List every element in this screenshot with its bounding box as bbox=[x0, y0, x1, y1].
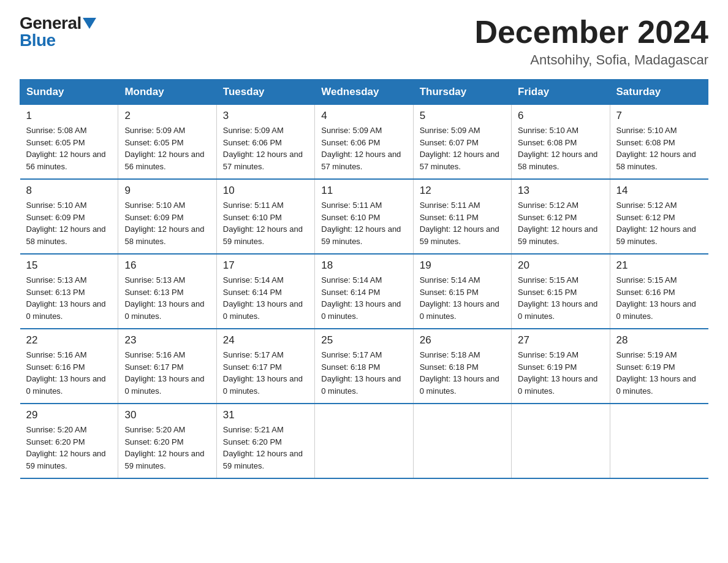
day-info: Sunrise: 5:08 AMSunset: 6:05 PMDaylight:… bbox=[26, 126, 106, 171]
day-number: 21 bbox=[616, 259, 702, 272]
day-cell: 3 Sunrise: 5:09 AMSunset: 6:06 PMDayligh… bbox=[216, 105, 314, 180]
day-number: 9 bbox=[124, 185, 210, 197]
day-number: 14 bbox=[616, 185, 702, 197]
calendar-body: 1 Sunrise: 5:08 AMSunset: 6:05 PMDayligh… bbox=[20, 105, 708, 479]
header-cell-thursday: Thursday bbox=[413, 80, 511, 105]
day-number: 15 bbox=[26, 259, 112, 272]
calendar-table: SundayMondayTuesdayWednesdayThursdayFrid… bbox=[20, 79, 708, 479]
day-cell bbox=[512, 404, 610, 478]
day-number: 5 bbox=[420, 110, 505, 122]
page-header: General Blue December 2024 Antsohihy, So… bbox=[20, 15, 708, 68]
day-info: Sunrise: 5:13 AMSunset: 6:13 PMDaylight:… bbox=[124, 275, 204, 321]
day-number: 3 bbox=[223, 110, 308, 122]
day-info: Sunrise: 5:14 AMSunset: 6:14 PMDaylight:… bbox=[321, 275, 401, 321]
day-info: Sunrise: 5:14 AMSunset: 6:14 PMDaylight:… bbox=[223, 275, 303, 321]
day-info: Sunrise: 5:20 AMSunset: 6:20 PMDaylight:… bbox=[124, 425, 204, 470]
day-number: 23 bbox=[124, 334, 210, 347]
day-number: 26 bbox=[420, 334, 505, 347]
day-info: Sunrise: 5:11 AMSunset: 6:11 PMDaylight:… bbox=[420, 201, 499, 246]
day-info: Sunrise: 5:17 AMSunset: 6:18 PMDaylight:… bbox=[321, 350, 401, 396]
day-info: Sunrise: 5:16 AMSunset: 6:17 PMDaylight:… bbox=[124, 350, 204, 396]
header-cell-saturday: Saturday bbox=[610, 80, 708, 105]
day-info: Sunrise: 5:10 AMSunset: 6:08 PMDaylight:… bbox=[518, 126, 597, 171]
day-number: 20 bbox=[518, 259, 603, 272]
day-cell: 5 Sunrise: 5:09 AMSunset: 6:07 PMDayligh… bbox=[413, 105, 511, 180]
day-cell: 4 Sunrise: 5:09 AMSunset: 6:06 PMDayligh… bbox=[315, 105, 413, 180]
day-number: 18 bbox=[321, 259, 406, 272]
day-number: 27 bbox=[518, 334, 603, 347]
day-info: Sunrise: 5:13 AMSunset: 6:13 PMDaylight:… bbox=[26, 275, 106, 321]
day-number: 29 bbox=[26, 409, 112, 421]
day-number: 1 bbox=[26, 110, 112, 122]
day-cell bbox=[610, 404, 708, 478]
calendar-header: SundayMondayTuesdayWednesdayThursdayFrid… bbox=[20, 80, 708, 105]
day-number: 2 bbox=[124, 110, 210, 122]
day-cell: 28 Sunrise: 5:19 AMSunset: 6:19 PMDaylig… bbox=[610, 329, 708, 404]
day-cell: 27 Sunrise: 5:19 AMSunset: 6:19 PMDaylig… bbox=[512, 329, 610, 404]
day-cell: 17 Sunrise: 5:14 AMSunset: 6:14 PMDaylig… bbox=[216, 254, 314, 329]
day-cell: 24 Sunrise: 5:17 AMSunset: 6:17 PMDaylig… bbox=[216, 329, 314, 404]
header-cell-wednesday: Wednesday bbox=[315, 80, 413, 105]
header-cell-friday: Friday bbox=[512, 80, 610, 105]
day-info: Sunrise: 5:09 AMSunset: 6:06 PMDaylight:… bbox=[321, 126, 401, 171]
day-info: Sunrise: 5:20 AMSunset: 6:20 PMDaylight:… bbox=[26, 425, 106, 470]
week-row-5: 29 Sunrise: 5:20 AMSunset: 6:20 PMDaylig… bbox=[20, 404, 708, 478]
day-info: Sunrise: 5:09 AMSunset: 6:06 PMDaylight:… bbox=[223, 126, 303, 171]
day-number: 24 bbox=[223, 334, 308, 347]
day-info: Sunrise: 5:17 AMSunset: 6:17 PMDaylight:… bbox=[223, 350, 303, 396]
header-cell-monday: Monday bbox=[118, 80, 216, 105]
day-cell: 1 Sunrise: 5:08 AMSunset: 6:05 PMDayligh… bbox=[20, 105, 118, 180]
day-number: 16 bbox=[124, 259, 210, 272]
day-number: 11 bbox=[321, 185, 406, 197]
month-title: December 2024 bbox=[474, 15, 708, 50]
day-cell: 30 Sunrise: 5:20 AMSunset: 6:20 PMDaylig… bbox=[118, 404, 216, 478]
day-info: Sunrise: 5:11 AMSunset: 6:10 PMDaylight:… bbox=[321, 201, 401, 246]
week-row-3: 15 Sunrise: 5:13 AMSunset: 6:13 PMDaylig… bbox=[20, 254, 708, 329]
day-info: Sunrise: 5:15 AMSunset: 6:16 PMDaylight:… bbox=[616, 275, 696, 321]
day-cell: 12 Sunrise: 5:11 AMSunset: 6:11 PMDaylig… bbox=[413, 179, 511, 254]
day-number: 31 bbox=[223, 409, 308, 421]
day-cell: 18 Sunrise: 5:14 AMSunset: 6:14 PMDaylig… bbox=[315, 254, 413, 329]
day-cell: 21 Sunrise: 5:15 AMSunset: 6:16 PMDaylig… bbox=[610, 254, 708, 329]
week-row-2: 8 Sunrise: 5:10 AMSunset: 6:09 PMDayligh… bbox=[20, 179, 708, 254]
title-block: December 2024 Antsohihy, Sofia, Madagasc… bbox=[474, 15, 708, 68]
day-info: Sunrise: 5:19 AMSunset: 6:19 PMDaylight:… bbox=[616, 350, 696, 396]
day-number: 10 bbox=[223, 185, 308, 197]
day-cell: 31 Sunrise: 5:21 AMSunset: 6:20 PMDaylig… bbox=[216, 404, 314, 478]
day-info: Sunrise: 5:10 AMSunset: 6:09 PMDaylight:… bbox=[26, 201, 106, 246]
day-number: 12 bbox=[420, 185, 505, 197]
day-number: 8 bbox=[26, 185, 112, 197]
day-info: Sunrise: 5:09 AMSunset: 6:07 PMDaylight:… bbox=[420, 126, 499, 171]
day-cell: 9 Sunrise: 5:10 AMSunset: 6:09 PMDayligh… bbox=[118, 179, 216, 254]
header-cell-sunday: Sunday bbox=[20, 80, 118, 105]
day-info: Sunrise: 5:12 AMSunset: 6:12 PMDaylight:… bbox=[518, 201, 597, 246]
day-cell: 23 Sunrise: 5:16 AMSunset: 6:17 PMDaylig… bbox=[118, 329, 216, 404]
logo: General Blue bbox=[20, 15, 96, 49]
day-info: Sunrise: 5:18 AMSunset: 6:18 PMDaylight:… bbox=[420, 350, 499, 396]
day-number: 6 bbox=[518, 110, 603, 122]
day-cell: 6 Sunrise: 5:10 AMSunset: 6:08 PMDayligh… bbox=[512, 105, 610, 180]
day-cell: 7 Sunrise: 5:10 AMSunset: 6:08 PMDayligh… bbox=[610, 105, 708, 180]
day-number: 19 bbox=[420, 259, 505, 272]
day-info: Sunrise: 5:21 AMSunset: 6:20 PMDaylight:… bbox=[223, 425, 303, 470]
logo-triangle-icon bbox=[83, 18, 96, 29]
logo-blue-text: Blue bbox=[20, 31, 56, 50]
day-number: 13 bbox=[518, 185, 603, 197]
day-cell bbox=[315, 404, 413, 478]
day-number: 4 bbox=[321, 110, 406, 122]
day-info: Sunrise: 5:15 AMSunset: 6:15 PMDaylight:… bbox=[518, 275, 597, 321]
day-info: Sunrise: 5:14 AMSunset: 6:15 PMDaylight:… bbox=[420, 275, 499, 321]
day-number: 28 bbox=[616, 334, 702, 347]
day-cell: 26 Sunrise: 5:18 AMSunset: 6:18 PMDaylig… bbox=[413, 329, 511, 404]
day-number: 25 bbox=[321, 334, 406, 347]
header-row: SundayMondayTuesdayWednesdayThursdayFrid… bbox=[20, 80, 708, 105]
header-cell-tuesday: Tuesday bbox=[216, 80, 314, 105]
day-info: Sunrise: 5:16 AMSunset: 6:16 PMDaylight:… bbox=[26, 350, 106, 396]
day-cell: 8 Sunrise: 5:10 AMSunset: 6:09 PMDayligh… bbox=[20, 179, 118, 254]
day-cell bbox=[413, 404, 511, 478]
day-cell: 14 Sunrise: 5:12 AMSunset: 6:12 PMDaylig… bbox=[610, 179, 708, 254]
day-cell: 13 Sunrise: 5:12 AMSunset: 6:12 PMDaylig… bbox=[512, 179, 610, 254]
day-cell: 25 Sunrise: 5:17 AMSunset: 6:18 PMDaylig… bbox=[315, 329, 413, 404]
location-title: Antsohihy, Sofia, Madagascar bbox=[474, 52, 708, 68]
day-info: Sunrise: 5:12 AMSunset: 6:12 PMDaylight:… bbox=[616, 201, 696, 246]
